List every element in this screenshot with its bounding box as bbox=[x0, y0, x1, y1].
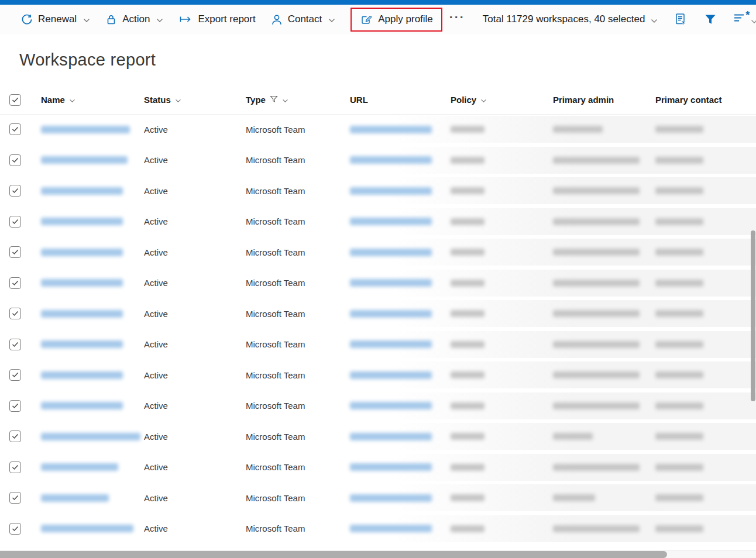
name-cell[interactable] bbox=[41, 249, 144, 256]
column-header-policy[interactable]: Policy bbox=[451, 95, 553, 105]
row-checkbox[interactable] bbox=[9, 216, 21, 228]
redacted-url-link[interactable] bbox=[350, 187, 432, 195]
redacted-name-link[interactable] bbox=[41, 433, 140, 440]
redacted-url-link[interactable] bbox=[350, 433, 432, 440]
vertical-scrollbar[interactable] bbox=[751, 230, 755, 401]
redacted-url-link[interactable] bbox=[350, 371, 432, 379]
horizontal-scrollbar-track[interactable] bbox=[0, 550, 756, 558]
redacted-url-link[interactable] bbox=[350, 525, 432, 532]
view-options-icon[interactable]: * bbox=[733, 13, 756, 26]
table-row[interactable]: ActiveMicrosoft Team bbox=[0, 392, 756, 419]
row-checkbox[interactable] bbox=[9, 461, 21, 473]
export-report-button[interactable]: Export report bbox=[178, 13, 255, 25]
redacted-url-link[interactable] bbox=[350, 494, 432, 502]
table-row[interactable]: ActiveMicrosoft Team bbox=[0, 361, 756, 388]
redacted-name-link[interactable] bbox=[41, 279, 123, 287]
redacted-name-link[interactable] bbox=[41, 156, 128, 164]
column-header-url[interactable]: URL bbox=[350, 95, 451, 105]
column-header-status[interactable]: Status bbox=[144, 95, 246, 105]
table-row[interactable]: ActiveMicrosoft Team bbox=[0, 515, 756, 542]
url-cell[interactable] bbox=[350, 433, 451, 440]
redacted-url-link[interactable] bbox=[350, 126, 432, 133]
url-cell[interactable] bbox=[350, 279, 451, 287]
url-cell[interactable] bbox=[350, 340, 451, 348]
url-cell[interactable] bbox=[350, 187, 451, 195]
table-row[interactable]: ActiveMicrosoft Team bbox=[0, 331, 756, 358]
row-checkbox[interactable] bbox=[9, 492, 21, 504]
table-row[interactable]: ActiveMicrosoft Team bbox=[0, 423, 756, 450]
report-filter-icon[interactable] bbox=[674, 12, 688, 26]
table-row[interactable]: ActiveMicrosoft Team bbox=[0, 300, 756, 327]
name-cell[interactable] bbox=[41, 494, 144, 502]
url-cell[interactable] bbox=[350, 494, 451, 502]
redacted-name-link[interactable] bbox=[41, 371, 123, 379]
selection-summary-dropdown[interactable]: Total 11729 workspaces, 40 selected bbox=[483, 13, 658, 26]
redacted-name-link[interactable] bbox=[41, 463, 118, 471]
row-checkbox[interactable] bbox=[9, 246, 21, 258]
url-cell[interactable] bbox=[350, 156, 451, 164]
redacted-url-link[interactable] bbox=[350, 249, 432, 256]
row-checkbox[interactable] bbox=[9, 154, 21, 166]
url-cell[interactable] bbox=[350, 463, 451, 471]
row-checkbox[interactable] bbox=[9, 185, 21, 197]
horizontal-scrollbar[interactable] bbox=[0, 551, 667, 558]
url-cell[interactable] bbox=[350, 249, 451, 256]
column-header-name[interactable]: Name bbox=[41, 95, 144, 105]
url-cell[interactable] bbox=[350, 371, 451, 379]
column-header-primary-contact[interactable]: Primary contact bbox=[655, 95, 756, 105]
redacted-url-link[interactable] bbox=[350, 463, 432, 471]
table-row[interactable]: ActiveMicrosoft Team bbox=[0, 270, 756, 297]
row-checkbox[interactable] bbox=[9, 277, 21, 289]
table-row[interactable]: ActiveMicrosoft Team bbox=[0, 484, 756, 511]
redacted-url-link[interactable] bbox=[350, 156, 432, 164]
redacted-name-link[interactable] bbox=[41, 402, 123, 409]
table-row[interactable]: ActiveMicrosoft Team bbox=[0, 147, 756, 174]
name-cell[interactable] bbox=[41, 126, 144, 133]
column-header-primary-admin[interactable]: Primary admin bbox=[553, 95, 655, 105]
table-row[interactable]: ActiveMicrosoft Team bbox=[0, 177, 756, 204]
name-cell[interactable] bbox=[41, 279, 144, 287]
name-cell[interactable] bbox=[41, 187, 144, 195]
name-cell[interactable] bbox=[41, 156, 144, 164]
redacted-name-link[interactable] bbox=[41, 187, 123, 195]
redacted-url-link[interactable] bbox=[350, 340, 432, 348]
redacted-url-link[interactable] bbox=[350, 218, 432, 225]
url-cell[interactable] bbox=[350, 402, 451, 409]
redacted-name-link[interactable] bbox=[41, 494, 109, 502]
url-cell[interactable] bbox=[350, 218, 451, 225]
row-checkbox[interactable] bbox=[9, 339, 21, 350]
redacted-url-link[interactable] bbox=[350, 310, 432, 318]
table-row[interactable]: ActiveMicrosoft Team bbox=[0, 239, 756, 266]
redacted-name-link[interactable] bbox=[41, 126, 130, 133]
redacted-name-link[interactable] bbox=[41, 218, 123, 225]
row-checkbox[interactable] bbox=[9, 523, 21, 535]
name-cell[interactable] bbox=[41, 525, 144, 532]
renewal-button[interactable]: Renewal bbox=[20, 13, 90, 26]
row-checkbox[interactable] bbox=[9, 308, 21, 319]
table-row[interactable]: ActiveMicrosoft Team bbox=[0, 116, 756, 143]
row-checkbox[interactable] bbox=[9, 430, 21, 442]
row-checkbox[interactable] bbox=[9, 400, 21, 412]
name-cell[interactable] bbox=[41, 433, 144, 440]
url-cell[interactable] bbox=[350, 310, 451, 318]
table-row[interactable]: ActiveMicrosoft Team bbox=[0, 454, 756, 481]
action-button[interactable]: Action bbox=[105, 13, 163, 26]
redacted-url-link[interactable] bbox=[350, 402, 432, 409]
row-checkbox[interactable] bbox=[9, 369, 21, 381]
name-cell[interactable] bbox=[41, 340, 144, 348]
redacted-name-link[interactable] bbox=[41, 525, 133, 532]
url-cell[interactable] bbox=[350, 525, 451, 532]
row-checkbox[interactable] bbox=[9, 123, 21, 135]
redacted-name-link[interactable] bbox=[41, 310, 123, 318]
redacted-name-link[interactable] bbox=[41, 340, 123, 348]
name-cell[interactable] bbox=[41, 371, 144, 379]
column-header-type[interactable]: Type bbox=[246, 95, 350, 105]
select-all-checkbox[interactable] bbox=[9, 94, 21, 106]
apply-profile-button[interactable]: Apply profile bbox=[360, 13, 433, 26]
url-cell[interactable] bbox=[350, 126, 451, 133]
table-row[interactable]: ActiveMicrosoft Team bbox=[0, 208, 756, 235]
redacted-url-link[interactable] bbox=[350, 279, 432, 287]
name-cell[interactable] bbox=[41, 463, 144, 471]
more-commands-button[interactable]: ··· bbox=[449, 14, 465, 25]
contact-button[interactable]: Contact bbox=[271, 13, 336, 26]
